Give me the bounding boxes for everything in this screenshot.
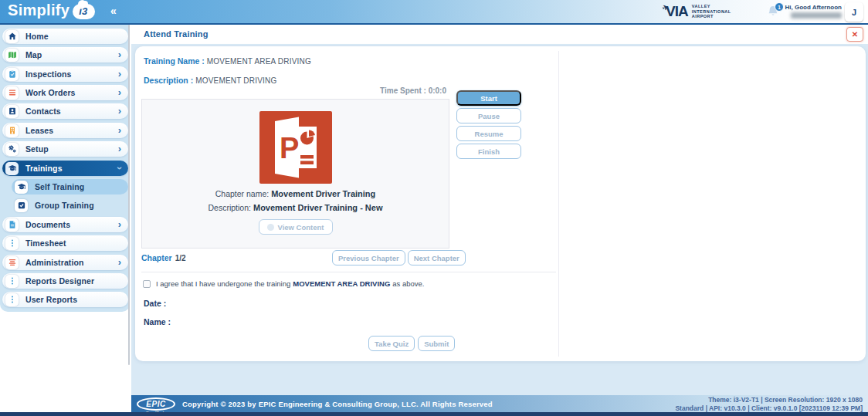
sidebar-item-inspections[interactable]: Inspections › (2, 66, 128, 82)
timer-buttons: Start Pause Resume Finish (456, 90, 521, 159)
sidebar-item-administration[interactable]: Administration › (2, 255, 128, 270)
training-name-value: MOVEMENT AREA DRIVING (207, 57, 311, 66)
training-card: Training Name :MOVEMENT AREA DRIVING Des… (135, 46, 866, 361)
agreement-suffix: as above. (392, 279, 424, 288)
chevron-right-icon: › (118, 107, 121, 115)
chevron-right-icon: › (118, 89, 121, 96)
sidebar-item-contacts[interactable]: Contacts › (2, 103, 128, 119)
sidebar-item-group-training[interactable]: Group Training (12, 198, 128, 213)
avatar[interactable]: J (845, 2, 863, 22)
graduation-cap-icon (15, 181, 28, 194)
chapter-navigation: Previous Chapter Next Chapter (332, 250, 466, 265)
list-icon (5, 86, 19, 100)
agreement-prefix: I agree that I have undergone the traini… (156, 279, 290, 288)
svg-text:P: P (280, 132, 299, 164)
sidebar-item-home[interactable]: Home (2, 29, 128, 44)
sidebar-item-self-training[interactable]: Self Training (12, 179, 128, 194)
clipboard-icon (5, 68, 19, 81)
bottom-border-bar (0, 412, 868, 416)
date-label: Date : (144, 299, 166, 308)
map-icon (5, 49, 19, 62)
training-name-row: Training Name :MOVEMENT AREA DRIVING (144, 53, 311, 67)
chapter-name-row: Chapter name:Movement Driver Training (215, 189, 376, 198)
training-description-label: Description : (144, 76, 193, 85)
bottom-actions: Take Quiz Submit (368, 336, 455, 351)
training-description-row: Description :MOVEMENT DRIVING (144, 73, 276, 86)
greeting-text: Hi, Good Afternoon (774, 4, 842, 11)
dots-icon (5, 275, 19, 288)
time-spent: Time Spent : 0:0:0 (292, 86, 446, 95)
version-info: Standard | API: v10.3.0 | Client: v9.0.1… (675, 404, 863, 413)
training-name-label: Training Name : (144, 56, 205, 66)
top-header-bar: Simplify i3 « ✈ VIA VALLEY INTERNATIONAL… (0, 0, 868, 25)
gears-icon (5, 143, 19, 156)
home-icon (5, 30, 19, 43)
agreement-training-name: MOVEMENT AREA DRIVING (293, 279, 390, 288)
agreement-row: I agree that I have undergone the traini… (143, 279, 424, 288)
view-content-icon (267, 224, 274, 231)
user-greeting-block: Hi, Good Afternoon (774, 4, 842, 19)
chapter-label: Chapter (141, 253, 172, 262)
sidebar-item-user-reports[interactable]: User Reports (2, 292, 128, 307)
training-description-value: MOVEMENT DRIVING (195, 76, 276, 85)
app-window: Simplify i3 « ✈ VIA VALLEY INTERNATIONAL… (0, 0, 868, 416)
finish-button[interactable]: Finish (456, 144, 521, 159)
card-divider (558, 51, 559, 357)
submit-button[interactable]: Submit (418, 336, 455, 351)
contact-card-icon (5, 105, 19, 118)
pause-button[interactable]: Pause (456, 108, 521, 123)
chapter-description-label: Description: (209, 203, 251, 212)
cloud-i3-logo-icon: i3 (73, 4, 94, 19)
epic-logo: EPIC Your Work. Simplified® (137, 397, 175, 411)
app-logo-text: Simplify (8, 2, 70, 19)
copyright-text: Copyright © 2023 by EPIC Engineering & C… (182, 400, 493, 408)
sidebar-collapse-icon[interactable]: « (110, 5, 115, 17)
powerpoint-icon: P (259, 111, 332, 184)
chevron-right-icon: › (118, 127, 121, 134)
via-logo-text: ✈ VIA (666, 4, 688, 19)
sidebar-item-documents[interactable]: Documents › (2, 217, 128, 232)
sidebar-item-timesheet[interactable]: Timesheet (2, 235, 128, 251)
sidebar-item-work-orders[interactable]: Work Orders › (2, 85, 128, 100)
view-content-button[interactable]: View Content (259, 219, 333, 235)
checkbox-icon (15, 199, 28, 212)
start-button[interactable]: Start (456, 90, 521, 106)
agree-checkbox[interactable] (143, 280, 151, 288)
next-chapter-button[interactable]: Next Chapter (408, 250, 466, 265)
chapter-description-value: Movement Driver Training - New (253, 203, 382, 212)
page-titlebar: Attend Training ✕ (131, 25, 868, 44)
chapter-progress-value: 1/2 (175, 254, 186, 262)
airport-logo: ✈ VIA VALLEY INTERNATIONAL AIRPORT (666, 4, 731, 19)
user-name-redacted (791, 12, 842, 19)
stacked-lines-icon (5, 256, 19, 269)
chevron-down-icon: › (116, 167, 124, 170)
page-title: Attend Training (144, 29, 209, 39)
app-logo: Simplify i3 (8, 2, 95, 19)
sidebar-scrollbar[interactable] (128, 25, 130, 365)
sidebar-item-trainings[interactable]: Trainings › (2, 161, 128, 176)
dots-icon (5, 237, 19, 250)
building-icon (5, 124, 19, 137)
dots-icon (5, 293, 19, 306)
chevron-right-icon: › (118, 145, 121, 153)
theme-info: Theme: i3-V2-T1 | Screen Resolution: 192… (675, 396, 863, 404)
sidebar-item-setup[interactable]: Setup › (2, 141, 128, 157)
section-divider (141, 272, 556, 272)
name-label: Name : (144, 317, 171, 326)
chevron-right-icon: › (118, 259, 121, 266)
document-icon (5, 218, 19, 232)
footer-system-info: Theme: i3-V2-T1 | Screen Resolution: 192… (675, 396, 863, 412)
chapter-description-row: Description:Movement Driver Training - N… (209, 203, 383, 212)
take-quiz-button[interactable]: Take Quiz (368, 336, 415, 351)
resume-button[interactable]: Resume (456, 126, 521, 141)
chevron-right-icon: › (118, 70, 121, 78)
sidebar-item-reports-designer[interactable]: Reports Designer (2, 273, 128, 289)
previous-chapter-button[interactable]: Previous Chapter (332, 250, 405, 265)
chevron-right-icon: › (118, 221, 121, 228)
sidebar-item-leases[interactable]: Leases › (2, 123, 128, 138)
close-button[interactable]: ✕ (846, 27, 863, 42)
sidebar: Home Map › Inspections › Work Orders › C… (0, 25, 131, 412)
close-icon: ✕ (852, 30, 858, 39)
chapter-name-label: Chapter name: (215, 189, 269, 198)
sidebar-item-map[interactable]: Map › (2, 47, 128, 63)
